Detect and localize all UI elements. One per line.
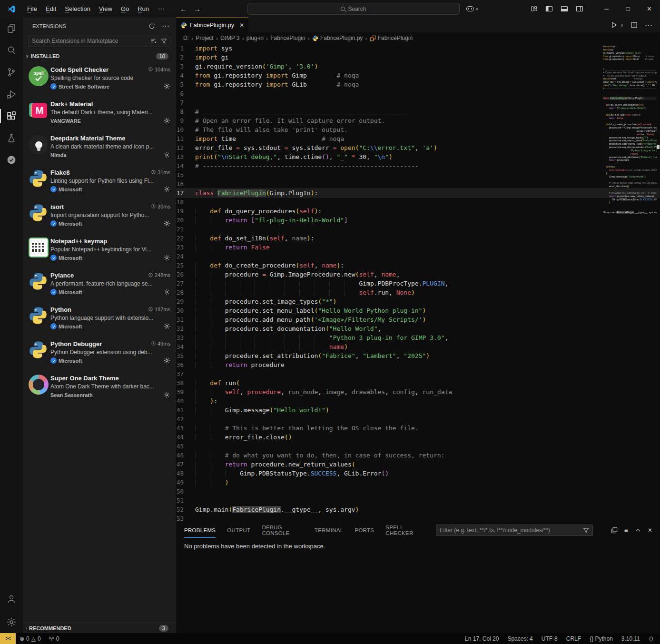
code-line[interactable]: 12error_file = sys.stdout = sys.stderr =… xyxy=(176,143,660,152)
code-line[interactable]: import time # noqa xyxy=(603,77,657,80)
menu-file[interactable]: File xyxy=(23,3,41,14)
code-line[interactable]: 3gi.require_version('Gimp', '3.0') xyxy=(176,62,660,71)
menu-selection[interactable]: Selection xyxy=(60,3,94,14)
toggle-secondary-sidebar-icon[interactable] xyxy=(576,5,583,12)
code-line[interactable]: 27 Gimp.PDBProcType.PLUGIN, xyxy=(176,279,660,288)
nav-forward-icon[interactable]: → xyxy=(194,5,201,13)
code-line[interactable]: name) xyxy=(603,152,657,156)
gear-icon[interactable] xyxy=(163,323,170,330)
code-line[interactable] xyxy=(603,94,657,97)
tab-fabriceplugin[interactable]: FabricePlugin.py ✕ xyxy=(176,18,248,32)
close-icon[interactable]: ✕ xyxy=(239,22,244,29)
panel-tab-spell-checker[interactable]: SPELL CHECKER xyxy=(385,523,424,538)
gear-icon[interactable] xyxy=(163,151,170,159)
code-line[interactable]: from gi.repository import Gimp # noqa xyxy=(603,55,657,58)
breadcrumb-item[interactable]: plug-in xyxy=(246,35,264,41)
filter-icon[interactable] xyxy=(583,527,589,534)
code-line[interactable]: 42 xyxy=(176,415,660,424)
code-line[interactable]: gi.require_version('Gimp', '3.0') xyxy=(603,51,657,55)
run-dropdown-chevron-icon[interactable]: ∨ xyxy=(620,23,623,28)
extension-item[interactable]: Super One Dark Theme Atom One Dark Theme… xyxy=(23,370,176,404)
code-line[interactable] xyxy=(603,204,657,208)
extension-manage-gear[interactable] xyxy=(163,83,170,90)
code-line[interactable] xyxy=(603,208,657,211)
code-line[interactable]: 41 Gimp.message("Hello world!") xyxy=(176,406,660,415)
recommended-section-header[interactable]: › RECOMMENDED 3 xyxy=(23,623,176,633)
extension-item[interactable]: isort 30ms Import organization support f… xyxy=(23,198,176,233)
code-line[interactable]: # The file will also take 'print' output… xyxy=(603,74,657,78)
extension-manage-gear[interactable] xyxy=(163,151,170,159)
activity-settings[interactable] xyxy=(0,611,23,633)
code-line[interactable]: procedure.add_menu_path('<Image>/Filters… xyxy=(603,142,657,146)
activity-source-control[interactable] xyxy=(0,61,23,83)
maximize-panel-icon[interactable] xyxy=(635,527,641,534)
code-line[interactable] xyxy=(603,64,657,68)
code-line[interactable]: 40 ): xyxy=(176,396,660,406)
menu-run[interactable]: Run xyxy=(133,3,153,14)
activity-checks[interactable] xyxy=(0,149,23,171)
code-line[interactable]: 36 return procedure xyxy=(176,360,660,369)
code-line[interactable]: 6 xyxy=(176,89,660,98)
extension-item[interactable]: Deepdark Material Theme A clean dark mat… xyxy=(23,130,176,164)
code-line[interactable] xyxy=(603,90,657,94)
code-line[interactable]: 17class FabricePlugin(Gimp.PlugIn): xyxy=(176,188,660,198)
breadcrumb-item[interactable]: FabricePlugin.py xyxy=(312,35,363,41)
more-actions-icon[interactable]: ··· xyxy=(162,22,169,30)
code-line[interactable]: 8# _____________________________________… xyxy=(176,107,660,116)
minimap[interactable]: import sysimport gigi.require_version('G… xyxy=(603,45,657,292)
activity-extensions[interactable] xyxy=(0,105,23,127)
breadcrumb-item[interactable]: Project xyxy=(196,35,213,41)
notifications-bell[interactable] xyxy=(644,635,660,642)
code-line[interactable]: Gimp.main(FabricePlugin.__gtype__, sys.a… xyxy=(603,211,657,214)
activity-testing[interactable] xyxy=(0,127,23,149)
window-maximize-button[interactable]: □ xyxy=(617,0,639,18)
code-line[interactable] xyxy=(603,110,657,113)
code-line[interactable]: 38 def run( xyxy=(176,378,660,387)
code-line[interactable]: 51 xyxy=(176,496,660,505)
extension-manage-gear[interactable] xyxy=(163,323,170,330)
code-line[interactable]: 45 xyxy=(176,442,660,451)
code-line[interactable]: 24 xyxy=(176,252,660,261)
window-close-button[interactable]: ✕ xyxy=(639,0,660,18)
close-panel-icon[interactable]: ✕ xyxy=(648,527,652,534)
code-line[interactable] xyxy=(603,214,657,218)
code-line[interactable]: 52Gimp.main(FabricePlugin.__gtype__, sys… xyxy=(176,505,660,514)
status-item[interactable]: Spaces: 4 xyxy=(503,635,537,642)
activity-accounts[interactable] xyxy=(0,589,23,611)
extensions-search-input[interactable] xyxy=(32,38,150,44)
activity-search[interactable] xyxy=(0,40,23,61)
extensions-search-box[interactable] xyxy=(29,35,170,47)
filter-icon[interactable] xyxy=(161,38,167,44)
open-in-editor-icon[interactable] xyxy=(611,527,618,534)
code-line[interactable]: 32 procedure.set_documentation("Hello Wo… xyxy=(176,324,660,333)
code-line[interactable]: procedure.set_image_types("*") xyxy=(603,136,657,139)
code-line[interactable] xyxy=(603,162,657,165)
breadcrumb-item[interactable]: D: xyxy=(183,35,189,41)
gear-icon[interactable] xyxy=(163,83,170,90)
code-line[interactable]: procedure.set_attribution("Fabrice", "La… xyxy=(603,156,657,159)
code-line[interactable]: 49 ) xyxy=(176,478,660,487)
code-line[interactable]: # Open an error file. It will capture er… xyxy=(603,71,657,74)
code-line[interactable]: 28 self.run, None) xyxy=(176,288,660,297)
code-editor[interactable]: 1import sys2import gi3gi.require_version… xyxy=(176,44,660,523)
panel-tab-output[interactable]: OUTPUT xyxy=(227,523,250,538)
extension-manage-gear[interactable] xyxy=(163,117,170,124)
extension-manage-gear[interactable] xyxy=(163,186,170,193)
panel-tab-debug-console[interactable]: DEBUG CONSOLE xyxy=(262,523,303,538)
customize-layout-icon[interactable] xyxy=(531,5,538,12)
code-line[interactable]: def do_create_procedure(self, name): xyxy=(603,123,657,126)
gear-icon[interactable] xyxy=(163,357,170,364)
status-item[interactable]: 3.10.11 xyxy=(617,635,644,642)
breadcrumb-item[interactable]: FabricePlugin xyxy=(370,35,413,41)
code-line[interactable]: return procedure xyxy=(603,159,657,162)
code-line[interactable]: 53 xyxy=(176,514,660,523)
code-line[interactable]: 35 procedure.set_attribution("Fabrice", … xyxy=(176,351,660,360)
code-line[interactable]: return ["fl-plug-in-Hello-World"] xyxy=(603,107,657,110)
code-line[interactable]: 50 xyxy=(176,487,660,496)
panel-views-icon[interactable]: ≡ xyxy=(624,526,628,534)
code-line[interactable]: class FabricePlugin(Gimp.PlugIn): xyxy=(603,97,657,100)
problems-filter-box[interactable] xyxy=(436,525,593,536)
code-line[interactable]: 19 def do_query_procedures(self): xyxy=(176,207,660,216)
toggle-panel-icon[interactable] xyxy=(561,5,568,12)
code-line[interactable]: 5from gi.repository import GLib # noqa xyxy=(176,80,660,89)
